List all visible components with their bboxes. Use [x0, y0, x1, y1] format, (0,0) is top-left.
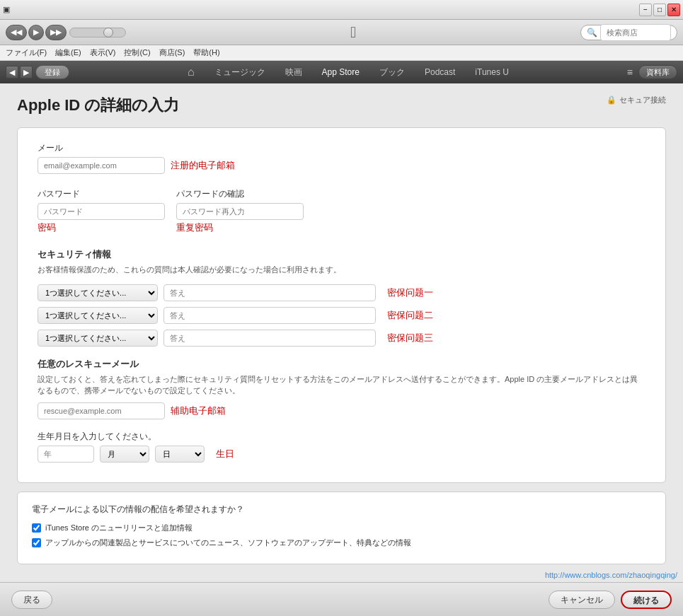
day-select[interactable]: 日: [155, 446, 205, 463]
rescue-email-input[interactable]: [38, 402, 165, 419]
menu-bar: ファイル(F) 編集(E) 表示(V) 控制(C) 商店(S) 帮助(H): [0, 45, 683, 61]
close-button[interactable]: ✕: [667, 4, 680, 16]
lock-icon: 🔒: [607, 95, 616, 105]
search-box[interactable]: 🔍: [580, 25, 677, 40]
password-row: パスワード 密码 パスワードの確認 重复密码: [38, 188, 645, 234]
answer-input-2[interactable]: [163, 307, 376, 324]
register-button[interactable]: 登録: [35, 65, 69, 79]
security-row-1: 1つ選択してください... 密保问题一: [38, 284, 645, 301]
birthday-annotation: 生日: [216, 448, 234, 460]
volume-slider[interactable]: [69, 28, 126, 37]
security-row-2: 1つ選択してください... 密保问题二: [38, 307, 645, 324]
menu-control[interactable]: 控制(C): [124, 47, 150, 58]
tab-movies[interactable]: 映画: [275, 61, 312, 83]
password-section: パスワード 密码 パスワードの確認 重复密码: [38, 188, 645, 234]
maximize-button[interactable]: □: [653, 4, 666, 16]
password-input[interactable]: [38, 203, 165, 220]
nav-tabs: ⌂ ミュージック 映画 App Store ブック Podcast iTunes…: [69, 61, 627, 83]
subscription-row-2: アップルからの関連製品とサービスについてのニュース、ソフトウェアのアップデート、…: [32, 537, 651, 548]
security-question-1[interactable]: 1つ選択してください...: [38, 284, 158, 301]
forward-button[interactable]: ▶▶: [45, 25, 67, 40]
tab-appstore[interactable]: App Store: [312, 61, 369, 83]
title-bar-menu-icon[interactable]: ▣: [3, 5, 10, 14]
tab-home[interactable]: ⌂: [178, 61, 205, 83]
tab-books[interactable]: ブック: [369, 61, 415, 83]
birthday-section: 生年月日を入力してください。 月 日 生日: [38, 431, 645, 463]
nav-next-btn[interactable]: ▶: [20, 66, 33, 79]
security-title: セキュリティ情報: [38, 248, 645, 261]
email-input[interactable]: [38, 157, 165, 174]
nav-bar: ◀ ▶ 登録 ⌂ ミュージック 映画 App Store ブック Podcast…: [0, 61, 683, 83]
password-label: パスワード: [38, 188, 165, 200]
library-button[interactable]: 資料库: [638, 65, 677, 79]
tab-music[interactable]: ミュージック: [205, 61, 275, 83]
apple-icon: : [350, 23, 356, 42]
security-desc: お客様情報保護のため、これらの質問は本人確認が必要になった場合に利用されます。: [38, 264, 645, 276]
annotation-q2: 密保问题二: [387, 309, 433, 322]
security-section: セキュリティ情報 お客様情報保護のため、これらの質問は本人確認が必要になった場合…: [38, 248, 645, 347]
page-header: Apple ID の詳細の入力 🔒 セキュア接続: [17, 95, 666, 116]
rescue-row: 辅助电子邮箱: [38, 402, 645, 419]
watermark: http://www.cnblogs.com/zhaoqingqing/: [545, 571, 677, 579]
title-bar-left: ▣: [3, 5, 10, 14]
rescue-title: 任意のレスキューメール: [38, 358, 645, 371]
subscription-checkbox-2[interactable]: [32, 538, 41, 547]
volume-knob[interactable]: [103, 28, 113, 37]
menu-store[interactable]: 商店(S): [159, 47, 185, 58]
play-button[interactable]: ▶: [28, 25, 44, 40]
security-question-3[interactable]: 1つ選択してください...: [38, 330, 158, 347]
main-form-card: メール 注册的电子邮箱 パスワード 密码 パスワードの確認 重复密码: [17, 127, 666, 483]
email-section: メール 注册的电子邮箱: [38, 142, 645, 174]
nav-right: ≡ 資料库: [627, 65, 677, 79]
search-input[interactable]: [600, 24, 671, 41]
password-group: パスワード 密码: [38, 188, 165, 234]
tab-podcast[interactable]: Podcast: [415, 61, 465, 83]
birthday-row: 月 日 生日: [38, 446, 645, 463]
nav-side-buttons: ◀ ▶: [6, 66, 33, 79]
birthday-label: 生年月日を入力してください。: [38, 431, 645, 443]
rescue-section: 任意のレスキューメール 設定しておくと、答えを忘れてしまった際にセキュリティ質問…: [38, 358, 645, 419]
title-bar: ▣ − □ ✕: [0, 0, 683, 20]
confirm-group: パスワードの確認 重复密码: [176, 188, 304, 234]
menu-view[interactable]: 表示(V): [90, 47, 116, 58]
confirm-input[interactable]: [176, 203, 304, 220]
minimize-button[interactable]: −: [639, 4, 652, 16]
email-label: メール: [38, 142, 645, 154]
continue-button[interactable]: 続ける: [621, 591, 672, 609]
year-input[interactable]: [38, 446, 94, 463]
bottom-bar: 戻る キャンセル 続ける: [0, 582, 683, 616]
main-content: Apple ID の詳細の入力 🔒 セキュア接続 メール 注册的电子邮箱 パスワ…: [0, 83, 683, 582]
secure-badge: 🔒 セキュア接続: [607, 95, 666, 105]
bottom-right: キャンセル 続ける: [549, 591, 672, 609]
bottom-left: 戻る: [11, 591, 52, 609]
menu-file[interactable]: ファイル(F): [6, 47, 47, 58]
security-question-2[interactable]: 1つ選択してください...: [38, 307, 158, 324]
answer-input-1[interactable]: [163, 284, 376, 301]
menu-help[interactable]: 帮助(H): [193, 47, 219, 58]
confirm-label: パスワードの確認: [176, 188, 304, 200]
confirm-annotation: 重复密码: [176, 221, 304, 234]
toolbar: ◀◀ ▶ ▶▶  🔍: [0, 20, 683, 45]
menu-edit[interactable]: 編集(E): [55, 47, 81, 58]
subscription-row-1: iTunes Store のニューリリースと追加情報: [32, 523, 651, 533]
subscription-label-2: アップルからの関連製品とサービスについてのニュース、ソフトウェアのアップデート、…: [45, 537, 411, 548]
subscription-card: 電子メールによる以下の情報の配信を希望されますか？ iTunes Store の…: [17, 492, 666, 564]
search-icon: 🔍: [587, 28, 597, 37]
nav-prev-btn[interactable]: ◀: [6, 66, 18, 79]
subscription-title: 電子メールによる以下の情報の配信を希望されますか？: [32, 504, 651, 516]
answer-input-3[interactable]: [163, 330, 376, 347]
back-button[interactable]: ◀◀: [6, 25, 27, 40]
title-bar-controls: − □ ✕: [639, 4, 680, 16]
nav-arrows: ◀◀ ▶ ▶▶: [6, 25, 67, 40]
page-title: Apple ID の詳細の入力: [17, 95, 179, 116]
cancel-button[interactable]: キャンセル: [549, 591, 615, 609]
back-button[interactable]: 戻る: [11, 591, 52, 609]
month-select[interactable]: 月: [100, 446, 149, 463]
annotation-q1: 密保问题一: [387, 286, 433, 299]
rescue-annotation: 辅助电子邮箱: [171, 405, 226, 417]
subscription-checkbox-1[interactable]: [32, 523, 41, 533]
nav-menu-icon[interactable]: ≡: [627, 66, 633, 78]
annotation-q3: 密保问题三: [387, 332, 433, 344]
tab-itunes-u[interactable]: iTunes U: [465, 61, 519, 83]
security-row-3: 1つ選択してください... 密保问题三: [38, 330, 645, 347]
